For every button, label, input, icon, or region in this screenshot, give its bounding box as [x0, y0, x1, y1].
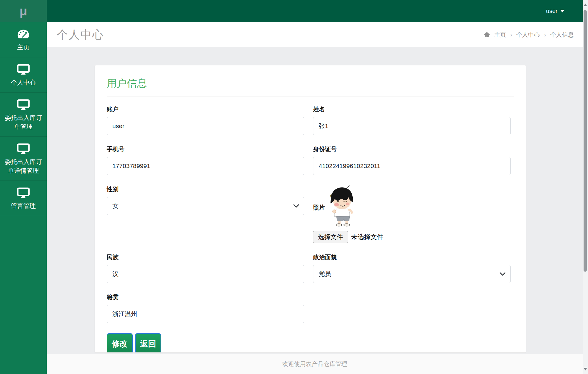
divider [107, 96, 514, 96]
phone-label: 手机号 [107, 145, 304, 153]
chevron-down-icon [500, 272, 506, 276]
ethnicity-input[interactable] [107, 265, 304, 283]
file-status-text: 未选择文件 [351, 233, 383, 241]
political-status-label: 政治面貌 [313, 253, 511, 261]
footer-text: 欢迎使用农产品仓库管理 [282, 360, 347, 368]
breadcrumb: 主页 › 个人中心 › 个人信息 [484, 31, 574, 39]
user-info-card: 用户信息 账户 姓名 手机号 身份证号 [95, 65, 526, 353]
gender-select[interactable]: 女 [107, 197, 304, 215]
page-title: 个人中心 [57, 27, 104, 42]
sidebar-item-label: 主页 [2, 43, 45, 52]
sidebar-item-personal-center[interactable]: 个人中心 [0, 57, 47, 93]
breadcrumb-separator: › [544, 31, 546, 38]
breadcrumb-current: 个人信息 [550, 31, 574, 39]
user-dropdown[interactable]: user [546, 8, 564, 14]
caret-down-icon [560, 10, 564, 12]
native-place-label: 籍贯 [107, 293, 304, 301]
desktop-icon [2, 99, 45, 110]
sidebar-item-consign-order-detail-mgmt[interactable]: 委托出入库订单详情管理 [0, 137, 47, 181]
back-button[interactable]: 返回 [135, 333, 161, 353]
sidebar-item-label: 委托出入库订单管理 [2, 113, 45, 131]
desktop-icon [2, 187, 45, 199]
desktop-icon [2, 143, 45, 154]
sidebar-item-label: 留言管理 [2, 201, 45, 210]
sidebar-item-label: 委托出入库订单详情管理 [2, 157, 45, 175]
ethnicity-label: 民族 [107, 253, 304, 261]
account-label: 账户 [107, 105, 304, 113]
native-place-input[interactable] [107, 305, 304, 323]
name-input[interactable] [313, 117, 511, 135]
id-number-input[interactable] [313, 157, 511, 175]
application-window: μ 主页 个人中 [0, 0, 588, 374]
modify-button[interactable]: 修改 [107, 333, 133, 353]
sidebar-item-home[interactable]: 主页 [0, 22, 47, 57]
chevron-down-icon [293, 204, 299, 208]
page-header: 个人中心 主页 › 个人中心 › 个人信息 [47, 22, 583, 47]
desktop-icon [2, 64, 45, 75]
scrollbar-thumb[interactable] [584, 10, 587, 272]
gender-label: 性别 [107, 185, 304, 193]
page-footer: 欢迎使用农产品仓库管理 [47, 354, 583, 374]
photo-label: 照片 [313, 204, 325, 212]
id-number-label: 身份证号 [313, 145, 511, 153]
scroll-up-arrow-icon[interactable] [584, 4, 587, 6]
gender-selected-value: 女 [112, 202, 119, 210]
political-status-selected-value: 党员 [319, 270, 331, 278]
account-input[interactable] [107, 117, 304, 135]
choose-file-button[interactable]: 选择文件 [313, 231, 348, 243]
card-title: 用户信息 [107, 77, 514, 90]
app-logo[interactable]: μ [0, 0, 47, 22]
home-icon [484, 32, 490, 38]
top-navbar: user [47, 0, 583, 22]
breadcrumb-section[interactable]: 个人中心 [516, 31, 540, 39]
phone-input[interactable] [107, 157, 304, 175]
sidebar: μ 主页 个人中 [0, 0, 47, 374]
breadcrumb-separator: › [510, 31, 512, 38]
sidebar-item-message-mgmt[interactable]: 留言管理 [0, 181, 47, 216]
political-status-select[interactable]: 党员 [313, 265, 511, 283]
sidebar-item-label: 个人中心 [2, 78, 45, 87]
scroll-down-arrow-icon[interactable] [584, 368, 587, 370]
sidebar-item-consign-order-mgmt[interactable]: 委托出入库订单管理 [0, 93, 47, 137]
main-content: 用户信息 账户 姓名 手机号 身份证号 [47, 47, 583, 374]
vertical-scrollbar[interactable] [583, 0, 588, 374]
dashboard-icon [2, 29, 45, 40]
profile-photo-image [327, 185, 357, 230]
breadcrumb-home[interactable]: 主页 [494, 31, 506, 39]
name-label: 姓名 [313, 105, 511, 113]
user-name: user [546, 8, 558, 14]
